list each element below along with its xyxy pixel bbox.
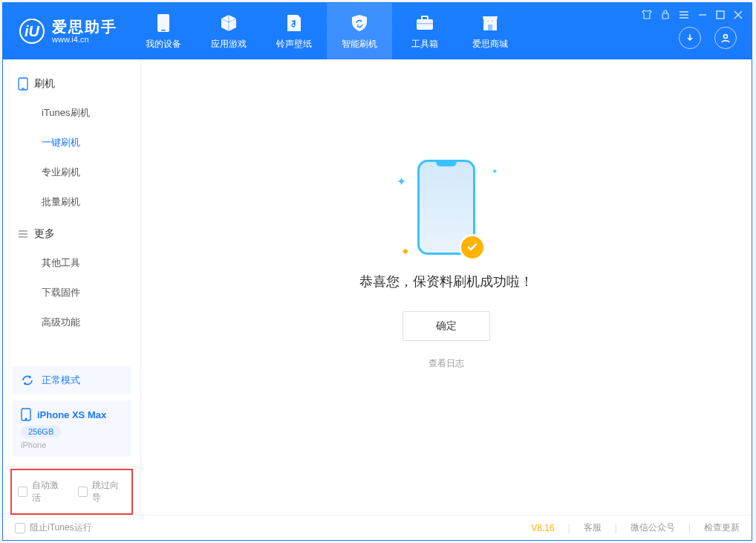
sidebar-item-advanced[interactable]: 高级功能: [3, 308, 140, 337]
skip-guide-checkbox[interactable]: 跳过向导: [78, 479, 126, 504]
sidebar-item-itunes-flash[interactable]: iTunes刷机: [3, 98, 140, 128]
device-mode-card[interactable]: 正常模式: [12, 366, 131, 394]
support-link[interactable]: 客服: [584, 521, 602, 534]
titlebar: iU 爱思助手 www.i4.cn 我的设备 应用游戏 铃声壁纸 智能刷机: [3, 3, 752, 59]
maximize-button[interactable]: [716, 9, 725, 22]
shirt-icon[interactable]: [642, 9, 652, 22]
success-illustration: ✦ ✦ ◆: [417, 160, 475, 255]
sidebar-item-pro-flash[interactable]: 专业刷机: [3, 157, 140, 187]
nav-label: 智能刷机: [342, 38, 377, 51]
group-title: 刷机: [34, 77, 55, 91]
sidebar: 刷机 iTunes刷机 一键刷机 专业刷机 批量刷机 更多 其他工具 下载固件 …: [3, 59, 141, 515]
close-button[interactable]: [734, 9, 743, 22]
user-button[interactable]: [714, 27, 737, 49]
check-badge-icon: [459, 234, 486, 261]
sparkle-icon: ◆: [403, 247, 408, 255]
music-file-icon: [284, 13, 304, 33]
app-window: iU 爱思助手 www.i4.cn 我的设备 应用游戏 铃声壁纸 智能刷机: [2, 2, 752, 541]
svg-rect-6: [488, 25, 492, 30]
check-update-link[interactable]: 检查更新: [704, 521, 740, 534]
phone-icon: [153, 13, 174, 33]
block-itunes-checkbox[interactable]: 阻止iTunes运行: [15, 521, 92, 534]
svg-rect-1: [161, 30, 166, 31]
content-body: 刷机 iTunes刷机 一键刷机 专业刷机 批量刷机 更多 其他工具 下载固件 …: [3, 59, 752, 515]
separator: |: [568, 523, 570, 533]
sidebar-item-other-tools[interactable]: 其他工具: [3, 248, 140, 278]
checkbox-label: 阻止iTunes运行: [30, 521, 92, 534]
svg-rect-4: [417, 23, 433, 25]
view-log-link[interactable]: 查看日志: [428, 357, 464, 370]
primary-nav: 我的设备 应用游戏 铃声壁纸 智能刷机 工具箱 爱思商城: [131, 3, 523, 59]
app-site: www.i4.cn: [52, 36, 117, 44]
nav-smart-flash[interactable]: 智能刷机: [327, 3, 392, 59]
mode-label: 正常模式: [42, 374, 80, 387]
device-name: iPhone XS Max: [37, 409, 106, 420]
auto-activate-checkbox[interactable]: 自动激活: [18, 479, 66, 504]
sparkle-icon: ✦: [492, 167, 498, 175]
app-logo: iU 爱思助手 www.i4.cn: [3, 19, 131, 44]
success-message: 恭喜您，保资料刷机成功啦！: [359, 273, 533, 290]
nav-store[interactable]: 爱思商城: [457, 3, 523, 59]
group-title: 更多: [34, 227, 55, 241]
checkbox-label: 跳过向导: [92, 479, 126, 504]
svg-rect-2: [417, 19, 433, 30]
nav-label: 爱思商城: [472, 38, 508, 51]
sidebar-list: 刷机 iTunes刷机 一键刷机 专业刷机 批量刷机 更多 其他工具 下载固件 …: [3, 59, 140, 366]
nav-apps-games[interactable]: 应用游戏: [196, 3, 261, 59]
nav-label: 工具箱: [411, 38, 438, 51]
nav-label: 铃声壁纸: [276, 38, 312, 51]
svg-rect-3: [422, 16, 428, 20]
window-controls: [642, 9, 743, 22]
sidebar-group-more: 更多: [3, 217, 140, 248]
device-icon: [18, 77, 28, 91]
phone-icon: [21, 408, 31, 421]
version-label: V8.16: [531, 523, 554, 533]
nav-toolbox[interactable]: 工具箱: [392, 3, 457, 59]
sidebar-item-download-firmware[interactable]: 下载固件: [3, 278, 140, 308]
device-type: iPhone: [21, 440, 123, 449]
sync-icon: [21, 374, 34, 387]
header-action-icons: [679, 27, 737, 49]
svg-point-9: [724, 35, 728, 39]
sidebar-item-batch-flash[interactable]: 批量刷机: [3, 187, 140, 217]
toolbox-icon: [414, 13, 435, 33]
logo-mark-icon: iU: [19, 19, 45, 44]
svg-rect-8: [717, 11, 724, 19]
svg-point-12: [25, 418, 27, 420]
nav-ringtones[interactable]: 铃声壁纸: [261, 3, 327, 59]
download-button[interactable]: [679, 27, 701, 49]
svg-rect-7: [662, 13, 668, 19]
sidebar-item-oneclick-flash[interactable]: 一键刷机: [3, 128, 140, 157]
checkbox-label: 自动激活: [32, 479, 65, 504]
sparkle-icon: ✦: [397, 175, 406, 189]
nav-label: 应用游戏: [211, 38, 247, 51]
cube-icon: [218, 13, 239, 33]
nav-my-device[interactable]: 我的设备: [131, 3, 196, 59]
confirm-button[interactable]: 确定: [403, 311, 490, 341]
separator: |: [615, 523, 617, 533]
svg-rect-0: [157, 14, 169, 32]
wechat-link[interactable]: 微信公众号: [630, 521, 675, 534]
storage-badge: 256GB: [21, 426, 61, 438]
app-name: 爱思助手: [52, 19, 117, 34]
lock-icon[interactable]: [661, 9, 670, 22]
sidebar-group-flash: 刷机: [3, 67, 140, 98]
nav-label: 我的设备: [146, 38, 181, 51]
flash-options-row: 自动激活 跳过向导: [10, 469, 133, 515]
separator: |: [688, 523, 691, 533]
device-info-card[interactable]: iPhone XS Max 256GB iPhone: [12, 400, 131, 457]
menu-icon[interactable]: [679, 9, 689, 22]
refresh-shield-icon: [349, 13, 370, 33]
list-icon: [18, 229, 28, 239]
minimize-button[interactable]: [698, 9, 707, 22]
status-bar: 阻止iTunes运行 V8.16 | 客服 | 微信公众号 | 检查更新: [3, 515, 752, 540]
main-panel: ✦ ✦ ◆ 恭喜您，保资料刷机成功啦！ 确定 查看日志: [141, 59, 752, 515]
store-icon: [480, 13, 501, 33]
